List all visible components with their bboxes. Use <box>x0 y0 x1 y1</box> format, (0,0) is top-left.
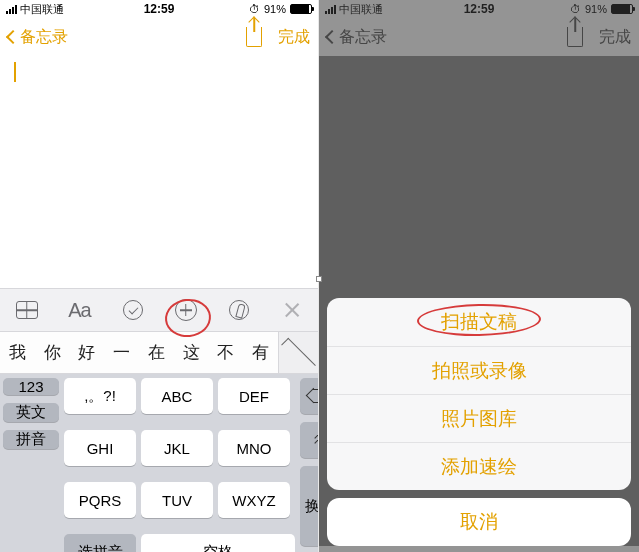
key-abc[interactable]: ABC <box>141 378 213 414</box>
pen-circle-icon <box>229 300 249 320</box>
back-button[interactable]: 备忘录 <box>8 27 68 48</box>
checklist-button[interactable] <box>106 300 159 320</box>
action-sheet: 扫描文稿 拍照或录像 照片图库 添加速绘 取消 <box>327 298 631 546</box>
back-label: 备忘录 <box>20 27 68 48</box>
carrier-indicator: 中国联通 <box>6 2 64 17</box>
key-newline[interactable]: 换行 <box>300 466 318 546</box>
nav-bar: 备忘录 完成 <box>0 18 318 56</box>
candidate-0[interactable]: 我 <box>0 341 35 364</box>
candidate-5[interactable]: 这 <box>174 341 209 364</box>
candidate-row: 我 你 好 一 在 这 不 有 <box>0 332 318 374</box>
alarm-icon: ⏱ <box>249 3 260 15</box>
sheet-add-sketch[interactable]: 添加速绘 <box>327 442 631 490</box>
key-mno[interactable]: MNO <box>218 430 290 466</box>
candidate-3[interactable]: 一 <box>104 341 139 364</box>
key-english[interactable]: 英文 <box>3 403 59 422</box>
keyboard-toolbar: Aa <box>0 288 318 332</box>
status-right: ⏱ 91% <box>249 3 312 15</box>
check-circle-icon <box>123 300 143 320</box>
key-collapse[interactable] <box>300 422 318 458</box>
dismiss-keyboard-button[interactable] <box>265 301 318 319</box>
candidate-7[interactable]: 有 <box>243 341 278 364</box>
carrier-name: 中国联通 <box>20 2 64 17</box>
status-bar: 中国联通 12:59 ⏱ 91% <box>0 0 318 18</box>
note-editor[interactable] <box>0 56 318 288</box>
add-button[interactable] <box>159 299 212 321</box>
battery-icon <box>290 4 312 14</box>
sheet-scan-documents[interactable]: 扫描文稿 <box>327 298 631 346</box>
plus-circle-icon <box>175 299 197 321</box>
phone-left: 中国联通 12:59 ⏱ 91% 备忘录 完成 Aa 我 <box>0 0 318 552</box>
backspace-icon: × <box>309 389 318 403</box>
key-wxyz[interactable]: WXYZ <box>218 482 290 518</box>
sheet-cancel[interactable]: 取消 <box>327 498 631 546</box>
done-button[interactable]: 完成 <box>278 27 310 48</box>
key-punct[interactable]: ,。?! <box>64 378 136 414</box>
chevron-double-up-icon <box>316 434 318 447</box>
key-backspace[interactable]: × <box>300 378 318 414</box>
markup-button[interactable] <box>212 300 265 320</box>
key-tuv[interactable]: TUV <box>141 482 213 518</box>
aa-icon: Aa <box>68 299 90 322</box>
key-123[interactable]: 123 <box>3 378 59 395</box>
key-space[interactable]: 空格 <box>141 534 295 552</box>
candidate-1[interactable]: 你 <box>35 341 70 364</box>
grid-icon <box>16 301 38 319</box>
candidate-6[interactable]: 不 <box>209 341 244 364</box>
key-pinyin[interactable]: 拼音 <box>3 430 59 449</box>
key-select-pinyin[interactable]: 选拼音 <box>64 534 136 552</box>
sheet-take-photo[interactable]: 拍照或录像 <box>327 346 631 394</box>
key-jkl[interactable]: JKL <box>141 430 213 466</box>
candidate-2[interactable]: 好 <box>70 341 105 364</box>
battery-pct: 91% <box>264 3 286 15</box>
text-cursor <box>14 62 16 82</box>
signal-bars-icon <box>6 5 17 14</box>
chevron-up-icon <box>281 337 316 372</box>
phone-right: 中国联通 12:59 ⏱91% 备忘录 完成 扫描文稿 拍照或录像 照片图库 添… <box>319 0 639 552</box>
key-pqrs[interactable]: PQRS <box>64 482 136 518</box>
key-def[interactable]: DEF <box>218 378 290 414</box>
candidate-4[interactable]: 在 <box>139 341 174 364</box>
share-icon[interactable] <box>246 27 262 47</box>
chevron-left-icon <box>6 30 20 44</box>
expand-candidates-button[interactable] <box>278 332 318 373</box>
resize-handle-icon <box>316 276 322 282</box>
sheet-photo-library[interactable]: 照片图库 <box>327 394 631 442</box>
table-button[interactable] <box>0 301 53 319</box>
close-icon <box>283 301 301 319</box>
keyboard: 123 英文 拼音 ,。?! ABC DEF GHI JKL MNO PQRS <box>0 374 318 552</box>
status-time: 12:59 <box>144 2 175 16</box>
format-button[interactable]: Aa <box>53 299 106 322</box>
key-ghi[interactable]: GHI <box>64 430 136 466</box>
